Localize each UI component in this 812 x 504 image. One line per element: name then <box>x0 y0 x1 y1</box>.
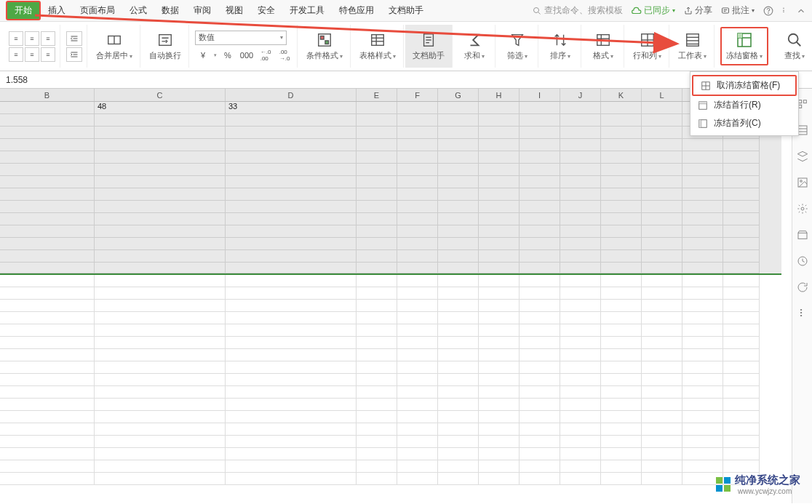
align-bottom-center[interactable]: ≡ <box>25 47 39 62</box>
cell[interactable] <box>397 374 438 386</box>
side-archive-icon[interactable] <box>796 228 809 241</box>
cell[interactable] <box>95 225 226 238</box>
cell[interactable] <box>357 399 397 411</box>
table-row[interactable] <box>0 324 781 337</box>
cell[interactable] <box>520 386 560 399</box>
cell[interactable] <box>601 102 642 114</box>
cell[interactable]: 33 <box>226 102 357 114</box>
cell[interactable] <box>357 176 397 188</box>
cell[interactable] <box>95 448 226 460</box>
side-settings-icon[interactable] <box>796 202 809 215</box>
cell[interactable] <box>95 312 226 324</box>
cell[interactable] <box>0 213 95 225</box>
cell[interactable] <box>357 411 397 423</box>
cell[interactable] <box>642 436 682 448</box>
table-row[interactable] <box>0 436 781 448</box>
cell[interactable] <box>642 460 682 473</box>
cell[interactable] <box>682 164 723 176</box>
cell[interactable] <box>601 201 642 213</box>
side-backup-icon[interactable] <box>796 281 809 294</box>
table-row[interactable] <box>0 473 781 485</box>
cell[interactable] <box>226 399 357 411</box>
cell[interactable] <box>520 324 560 337</box>
cell[interactable] <box>642 263 682 273</box>
cell[interactable] <box>438 164 479 176</box>
side-image-icon[interactable] <box>796 176 809 189</box>
cell[interactable] <box>226 337 357 349</box>
cell[interactable] <box>438 324 479 337</box>
cell[interactable] <box>95 250 226 263</box>
cell[interactable] <box>479 213 520 225</box>
cell[interactable] <box>357 225 397 238</box>
cell[interactable] <box>723 263 760 273</box>
cell[interactable] <box>357 213 397 225</box>
cell[interactable] <box>226 164 357 176</box>
cell[interactable] <box>397 139 438 151</box>
tab-insert[interactable]: 插入 <box>41 2 73 19</box>
cell[interactable] <box>0 164 95 176</box>
cell[interactable] <box>0 460 95 473</box>
side-layers-icon[interactable] <box>796 150 809 163</box>
cell[interactable] <box>642 361 682 374</box>
align-top-left[interactable]: ≡ <box>9 31 23 46</box>
merge-center-button[interactable]: 合并居中▾ <box>93 30 135 63</box>
cell[interactable] <box>560 300 601 312</box>
cell[interactable] <box>560 386 601 399</box>
cell[interactable] <box>520 176 560 188</box>
cell[interactable] <box>479 225 520 238</box>
cell[interactable] <box>682 263 723 273</box>
cell[interactable] <box>0 312 95 324</box>
cell[interactable] <box>682 300 723 312</box>
table-row[interactable] <box>0 238 781 250</box>
cell[interactable] <box>397 361 438 374</box>
cell[interactable] <box>601 386 642 399</box>
col-header[interactable]: L <box>642 89 682 101</box>
cell[interactable] <box>226 127 357 139</box>
cell[interactable] <box>0 361 95 374</box>
cell[interactable] <box>682 225 723 238</box>
cell[interactable] <box>560 411 601 423</box>
number-format-select[interactable]: 数值 ▾ <box>195 31 287 45</box>
cell[interactable] <box>479 188 520 201</box>
cell[interactable] <box>682 460 723 473</box>
cell[interactable] <box>682 287 723 300</box>
cell[interactable] <box>560 263 601 273</box>
cell[interactable] <box>95 164 226 176</box>
cell[interactable] <box>642 127 682 139</box>
cell[interactable] <box>642 102 682 114</box>
cell[interactable] <box>560 473 601 485</box>
cell[interactable] <box>642 250 682 263</box>
cell[interactable] <box>226 324 357 337</box>
cell[interactable] <box>226 411 357 423</box>
cell[interactable] <box>560 337 601 349</box>
currency-button[interactable]: ¥ <box>195 48 211 63</box>
freeze-panes-button[interactable]: 冻结窗格▾ <box>723 30 765 63</box>
cell[interactable] <box>682 324 723 337</box>
cell[interactable] <box>438 287 479 300</box>
cell[interactable] <box>520 460 560 473</box>
cell[interactable] <box>560 324 601 337</box>
cell[interactable] <box>438 300 479 312</box>
cell[interactable] <box>438 263 479 273</box>
cell[interactable] <box>438 213 479 225</box>
table-row[interactable] <box>0 176 781 188</box>
cell[interactable] <box>682 349 723 361</box>
cell[interactable] <box>560 225 601 238</box>
cell[interactable] <box>642 300 682 312</box>
cell[interactable] <box>226 436 357 448</box>
cell[interactable] <box>520 436 560 448</box>
cell[interactable] <box>438 201 479 213</box>
table-row[interactable] <box>0 399 781 411</box>
cell[interactable] <box>479 176 520 188</box>
table-row[interactable] <box>0 188 781 201</box>
cell[interactable] <box>723 250 760 263</box>
cell[interactable] <box>479 151 520 164</box>
cell[interactable] <box>95 423 226 436</box>
tab-data[interactable]: 数据 <box>154 2 186 19</box>
cell[interactable] <box>723 386 760 399</box>
cell[interactable] <box>95 411 226 423</box>
cell[interactable] <box>397 102 438 114</box>
cell[interactable] <box>601 188 642 201</box>
format-button[interactable]: 格式▾ <box>587 30 619 63</box>
cell[interactable] <box>357 102 397 114</box>
